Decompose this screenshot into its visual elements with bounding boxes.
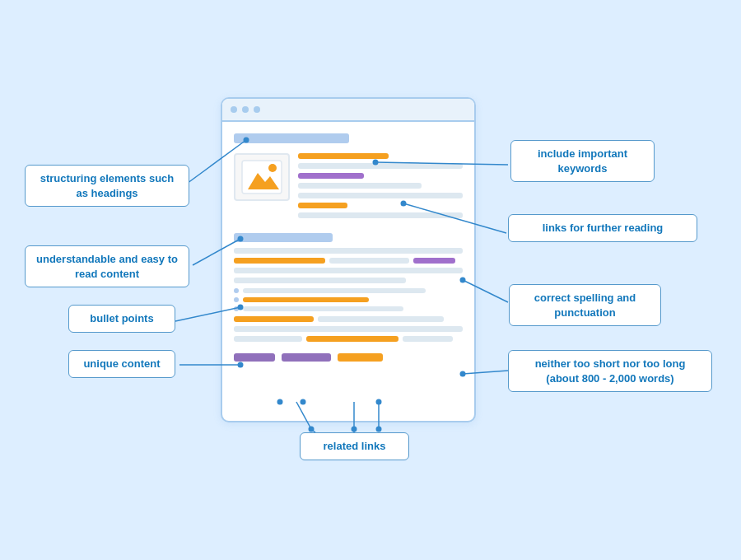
browser-content (222, 122, 474, 370)
content-line-gray-3 (298, 193, 463, 198)
text-line-gray-1 (329, 258, 409, 264)
page-image-box (234, 153, 290, 201)
text2-gray-3 (234, 336, 302, 342)
content-line-gray-1 (298, 163, 463, 169)
bullet-line-2 (243, 297, 369, 302)
footer-link-2 (282, 353, 331, 362)
text-line-3 (234, 278, 406, 283)
label-include-keywords: include important keywords (510, 140, 655, 182)
browser-dot-2 (242, 106, 249, 113)
content-line-orange-1 (298, 153, 389, 159)
browser-titlebar (222, 99, 474, 122)
bullet-dot-1 (234, 288, 239, 293)
text2-gray-1 (318, 316, 444, 322)
page-lines-block (298, 153, 463, 218)
label-related-links: related links (300, 432, 409, 460)
bullet-row-2 (234, 297, 463, 302)
page-title-bar (234, 133, 349, 143)
content-line-gray-4 (298, 212, 463, 218)
footer-link-3 (338, 353, 383, 362)
bullet-row-1 (234, 288, 463, 293)
svg-point-21 (309, 427, 315, 432)
label-understandable: understandable and easy to read content (25, 245, 189, 287)
label-structuring-elements: structuring elements such as headings (25, 165, 189, 207)
page-footer-links (234, 353, 463, 362)
page-text-block-2 (234, 316, 463, 342)
image-icon (241, 160, 282, 194)
bullet-line-1 (243, 288, 426, 293)
text2-gray-2 (234, 326, 463, 332)
bullet-dot-2 (234, 297, 239, 302)
page-bullet-block (234, 288, 463, 311)
footer-link-1 (234, 353, 275, 362)
bullet-line-3 (243, 306, 403, 311)
label-neither-too-short: neither too short nor too long (about 80… (508, 350, 712, 392)
label-unique-content: unique content (68, 350, 175, 378)
svg-point-2 (268, 164, 277, 172)
label-links-further: links for further reading (508, 214, 697, 242)
page-subheading (234, 233, 333, 242)
text2-orange-1 (234, 316, 314, 322)
content-line-purple-1 (298, 173, 364, 179)
bullet-dot-3 (234, 306, 239, 311)
content-line-orange-2 (298, 203, 347, 208)
text2-gray-4 (403, 336, 453, 342)
text-line-purple-1 (413, 258, 454, 264)
page-text-block-1 (234, 248, 463, 283)
page-hero-row (234, 153, 463, 218)
browser-dot-3 (254, 106, 260, 113)
browser-window (221, 97, 476, 422)
label-correct-spelling: correct spelling and punctuation (509, 284, 661, 326)
text-line-2 (234, 268, 463, 273)
svg-point-25 (352, 427, 357, 432)
text-line-1 (234, 248, 463, 254)
bullet-row-3 (234, 306, 463, 311)
svg-point-29 (376, 427, 382, 432)
label-bullet-points: bullet points (68, 305, 175, 333)
browser-dot-1 (231, 106, 237, 113)
text2-orange-2 (306, 336, 398, 342)
content-line-gray-2 (298, 183, 422, 189)
text-line-orange-1 (234, 258, 325, 264)
